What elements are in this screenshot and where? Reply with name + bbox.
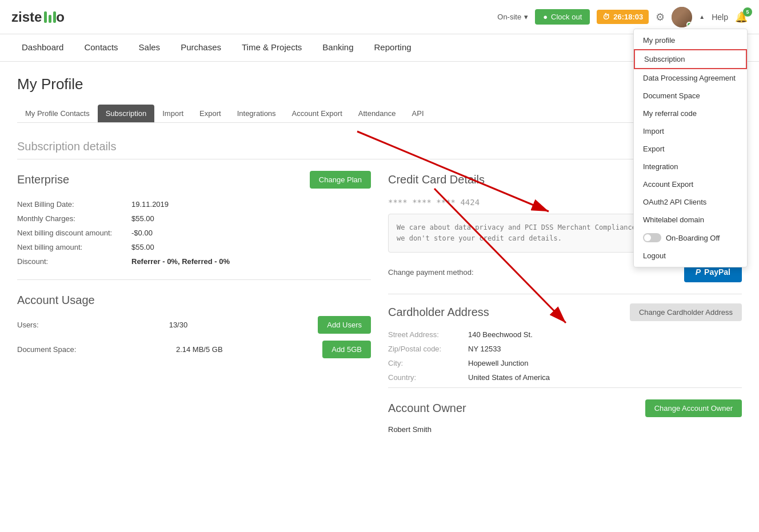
clock-icon: ● (543, 13, 548, 21)
address-value-0: 140 Beechwood St. (468, 330, 533, 339)
clock-out-label: Clock out (551, 13, 582, 21)
users-actions: Add Users (318, 316, 371, 334)
address-value-1: NY 12533 (468, 345, 501, 353)
logo-text: ziste (11, 9, 42, 25)
header: ziste o On-site ▾ ● Clock out ⏱ 26:18:03… (0, 0, 759, 34)
billing-label-1: Monthly Charges: (17, 214, 131, 223)
tab-integrations[interactable]: Integrations (229, 105, 284, 122)
dropdown-item-account-export[interactable]: Account Export (634, 175, 747, 193)
logo-suffix: o (56, 9, 65, 25)
nav-item-dashboard[interactable]: Dashboard (11, 34, 74, 62)
billing-row-4: Discount: Referrer - 0%, Referred - 0% (17, 257, 371, 266)
paypal-label: PayPal (704, 267, 730, 277)
dropdown-item-whitelabel[interactable]: Whitelabel domain (634, 211, 747, 229)
tab-export[interactable]: Export (191, 105, 229, 122)
change-account-owner-button[interactable]: Change Account Owner (645, 399, 742, 417)
nav-item-reporting[interactable]: Reporting (364, 34, 422, 62)
dropdown-item-onboarding[interactable]: On-Boarding Off (634, 229, 747, 247)
logo-bars-icon (44, 11, 56, 23)
cardholder-section: Cardholder Address Change Cardholder Add… (388, 294, 742, 434)
tab-my-profile-contacts[interactable]: My Profile Contacts (17, 105, 98, 122)
header-right: On-site ▾ ● Clock out ⏱ 26:18:03 ⚙ ▲ Hel… (497, 7, 748, 27)
billing-value-0: 19.11.2019 (131, 200, 169, 209)
address-label-0: Street Address: (388, 330, 468, 339)
cardholder-title: Cardholder Address (388, 306, 489, 319)
dropdown-item-subscription[interactable]: Subscription (634, 49, 747, 69)
billing-value-1: $55.00 (131, 214, 154, 223)
billing-label-4: Discount: (17, 257, 131, 266)
logo[interactable]: ziste o (11, 9, 65, 25)
billing-label-3: Next billing amount: (17, 243, 131, 251)
divider (17, 279, 371, 280)
billing-value-2: -$0.00 (131, 229, 153, 237)
users-label: Users: (17, 321, 39, 329)
tab-subscription[interactable]: Subscription (98, 105, 155, 122)
pci-notice-text: We care about data privacy and PCI DSS M… (397, 223, 649, 242)
help-button[interactable]: Help (712, 13, 728, 22)
chevron-down-icon: ▾ (524, 13, 528, 21)
dropdown-item-dpa[interactable]: Data Processing Agreement (634, 69, 747, 87)
dropdown-item-oauth2[interactable]: OAuth2 API Clients (634, 193, 747, 211)
add-storage-button[interactable]: Add 5GB (322, 341, 371, 358)
dropdown-item-referral[interactable]: My referral code (634, 105, 747, 122)
plan-header: Enterprise Change Plan (17, 171, 371, 189)
dropdown-item-integration[interactable]: Integration (634, 158, 747, 175)
usage-row-users: Users: 13/30 Add Users (17, 316, 371, 334)
billing-label-2: Next billing discount amount: (17, 229, 131, 237)
nav-item-time-projects[interactable]: Time & Projects (231, 34, 312, 62)
avatar[interactable] (672, 7, 692, 27)
billing-row-0: Next Billing Date: 19.11.2019 (17, 200, 371, 209)
account-usage: Account Usage Users: 13/30 Add Users Doc… (17, 294, 371, 358)
user-dropdown-menu: My profile Subscription Data Processing … (633, 29, 748, 267)
dropdown-item-export[interactable]: Export (634, 140, 747, 158)
timer-badge: ⏱ 26:18:03 (597, 10, 649, 24)
billing-row-2: Next billing discount amount: -$0.00 (17, 229, 371, 237)
tab-attendance[interactable]: Attendance (350, 105, 404, 122)
notifications-bell[interactable]: 🔔 5 (735, 11, 748, 23)
address-row-2: City: Hopewell Junction (388, 359, 742, 367)
avatar-online-dot (686, 22, 692, 27)
plan-name: Enterprise (17, 173, 69, 186)
billing-row-3: Next billing amount: $55.00 (17, 243, 371, 251)
user-menu-toggle[interactable]: ▲ (699, 14, 705, 20)
billing-value-3: $55.00 (131, 243, 154, 251)
account-usage-title: Account Usage (17, 294, 371, 307)
storage-value: 2.14 MB/5 GB (176, 345, 223, 354)
on-site-dropdown[interactable]: On-site ▾ (497, 13, 528, 21)
users-value: 13/30 (169, 321, 188, 329)
dropdown-item-logout[interactable]: Logout (634, 247, 747, 265)
nav-item-banking[interactable]: Banking (312, 34, 363, 62)
paypal-p-icon: P (696, 267, 701, 277)
address-value-3: United States of America (468, 373, 550, 382)
account-owner-header: Account Owner Change Account Owner (388, 399, 742, 417)
change-cardholder-button[interactable]: Change Cardholder Address (630, 303, 742, 321)
timer-value: 26:18:03 (613, 13, 643, 21)
tab-import[interactable]: Import (154, 105, 191, 122)
address-label-2: City: (388, 359, 468, 367)
tab-account-export[interactable]: Account Export (284, 105, 350, 122)
onboarding-label: On-Boarding Off (666, 234, 720, 242)
nav-item-sales[interactable]: Sales (129, 34, 171, 62)
dropdown-item-import[interactable]: Import (634, 122, 747, 140)
nav-item-purchases[interactable]: Purchases (170, 34, 231, 62)
dropdown-item-document-space[interactable]: Document Space (634, 87, 747, 105)
change-plan-button[interactable]: Change Plan (310, 171, 371, 189)
dropdown-item-my-profile[interactable]: My profile (634, 31, 747, 49)
address-label-3: Country: (388, 373, 468, 382)
storage-actions: Add 5GB (322, 341, 371, 358)
billing-details: Next Billing Date: 19.11.2019 Monthly Ch… (17, 200, 371, 266)
nav-item-contacts[interactable]: Contacts (74, 34, 128, 62)
add-users-button[interactable]: Add Users (318, 316, 371, 334)
tab-api[interactable]: API (404, 105, 432, 122)
billing-value-4: Referrer - 0%, Referred - 0% (131, 257, 230, 266)
owner-name: Robert Smith (388, 425, 742, 434)
notifications-count: 5 (743, 7, 752, 17)
address-row-0: Street Address: 140 Beechwood St. (388, 330, 742, 339)
timer-icon: ⏱ (602, 13, 610, 21)
onboarding-toggle[interactable] (643, 233, 661, 242)
account-owner-title: Account Owner (388, 402, 466, 415)
payment-method-label: Change payment method: (388, 268, 474, 277)
billing-row-1: Monthly Charges: $55.00 (17, 214, 371, 223)
settings-icon[interactable]: ⚙ (656, 11, 665, 23)
clock-out-button[interactable]: ● Clock out (535, 9, 590, 25)
